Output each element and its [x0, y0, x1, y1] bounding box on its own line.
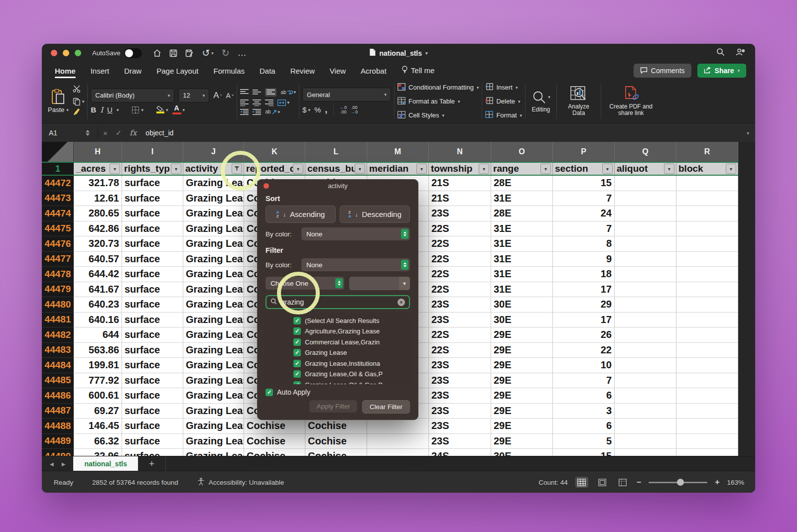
- ribbon-tab[interactable]: Acrobat: [361, 67, 387, 80]
- cell-activity[interactable]: Grazing Lease: [183, 221, 244, 237]
- column-filter-button[interactable]: ▾: [602, 164, 613, 174]
- cell-block[interactable]: [676, 388, 738, 404]
- orientation-icon[interactable]: ab▾: [265, 109, 280, 114]
- cell-section[interactable]: 22: [553, 343, 615, 358]
- cell-activity[interactable]: Grazing Lease: [183, 388, 244, 404]
- cell-aliquot[interactable]: [615, 221, 676, 237]
- name-box-stepper[interactable]: [86, 130, 90, 136]
- increase-decimal-icon[interactable]: ←0.00: [340, 106, 347, 114]
- cell-township[interactable]: 22S: [429, 221, 491, 237]
- cell-acres[interactable]: 320.73: [74, 236, 122, 252]
- cell-activity[interactable]: Grazing Lease: [183, 206, 244, 221]
- cell-section[interactable]: 7: [553, 221, 615, 237]
- font-color-button[interactable]: A▾: [172, 106, 185, 114]
- cell-rights-type[interactable]: surface: [122, 191, 183, 207]
- item-checkbox[interactable]: ✓: [293, 338, 301, 346]
- cell-range[interactable]: 28E: [491, 176, 553, 191]
- table-header-cell[interactable]: block ▾: [676, 163, 738, 175]
- cell-section[interactable]: 29: [553, 297, 615, 313]
- cell-reported-county[interactable]: Cochise: [244, 434, 305, 449]
- filter-list-item[interactable]: ✓ Agriculture,Grazing Lease: [266, 326, 410, 337]
- cell-aliquot[interactable]: [615, 358, 676, 373]
- font-name-select[interactable]: Calibri (Body)▾: [91, 89, 174, 103]
- item-checkbox[interactable]: ✓: [293, 370, 301, 378]
- cell-aliquot[interactable]: [615, 297, 676, 313]
- cell-section[interactable]: 8: [553, 236, 615, 252]
- popup-close-button[interactable]: [264, 183, 269, 189]
- cell-township[interactable]: 23S: [429, 404, 491, 419]
- cell-township[interactable]: 22S: [429, 252, 491, 267]
- sort-descending-button[interactable]: ZA↓ Descending: [340, 206, 410, 223]
- cell-block[interactable]: [676, 206, 738, 221]
- row-number[interactable]: 44481: [42, 313, 74, 328]
- item-checkbox[interactable]: ✓: [293, 349, 301, 356]
- cell-acres[interactable]: 644: [74, 327, 122, 343]
- filter-list-item[interactable]: ✓ Grazing Lease,Oil & Gas,P: [266, 379, 410, 384]
- cell-section[interactable]: 17: [553, 313, 615, 328]
- cell-aliquot[interactable]: [615, 252, 676, 267]
- select-all-corner[interactable]: [42, 142, 74, 162]
- close-window-button[interactable]: [51, 50, 57, 56]
- column-filter-button[interactable]: ▾: [355, 164, 365, 174]
- cell-aliquot[interactable]: [615, 419, 676, 434]
- cell-section[interactable]: 26: [553, 327, 615, 343]
- autosave-toggle[interactable]: [124, 48, 142, 58]
- bold-button[interactable]: B: [91, 106, 96, 114]
- cell-rights-type[interactable]: surface: [122, 267, 183, 282]
- cell-acres[interactable]: 640.23: [74, 297, 122, 313]
- fill-color-button[interactable]: ▾: [156, 106, 168, 113]
- name-box[interactable]: A1: [42, 129, 93, 137]
- cell-township[interactable]: 23S: [429, 206, 491, 221]
- cell-rights-type[interactable]: surface: [122, 358, 183, 373]
- document-title[interactable]: national_stls: [379, 49, 422, 57]
- page-break-view-icon[interactable]: [616, 477, 629, 488]
- row-number[interactable]: 44489: [42, 434, 74, 449]
- share-button[interactable]: Share ▾: [697, 64, 746, 78]
- cell-styles-button[interactable]: Cell Styles▾: [398, 109, 479, 121]
- cell-section[interactable]: 18: [553, 267, 615, 282]
- cell-section[interactable]: 6: [553, 419, 615, 434]
- home-icon[interactable]: [153, 49, 161, 57]
- row-number[interactable]: 44484: [42, 358, 74, 373]
- column-filter-button[interactable]: ▾: [479, 164, 489, 174]
- presence-icon[interactable]: [736, 48, 745, 58]
- cell-block[interactable]: [676, 176, 738, 191]
- cell-aliquot[interactable]: [615, 267, 676, 282]
- paste-button[interactable]: Paste▾: [48, 89, 69, 113]
- cell-aliquot[interactable]: [615, 434, 676, 449]
- clear-filter-button[interactable]: Clear Filter: [362, 400, 410, 414]
- undo-dropdown-icon[interactable]: ▾: [211, 51, 214, 56]
- borders-button[interactable]: ▾: [132, 106, 143, 114]
- cell-aliquot[interactable]: [615, 404, 676, 419]
- cell-acres[interactable]: 777.92: [74, 373, 122, 389]
- cell-reported-county[interactable]: Cochise: [244, 419, 305, 434]
- cell-rights-type[interactable]: surface: [122, 343, 183, 358]
- cell-rights-type[interactable]: surface: [122, 313, 183, 328]
- row-number[interactable]: 44479: [42, 282, 74, 298]
- cell-acres[interactable]: 600.61: [74, 388, 122, 404]
- formula-bar-expand-icon[interactable]: ▾: [747, 130, 749, 136]
- cell-block[interactable]: [676, 236, 738, 252]
- cell-acres[interactable]: 280.65: [74, 206, 122, 221]
- format-as-table-button[interactable]: Format as Table▾: [398, 96, 479, 107]
- cell-township[interactable]: 23S: [429, 297, 491, 313]
- cell-activity[interactable]: Grazing Lease: [183, 252, 244, 267]
- cell-acres[interactable]: 66.32: [74, 434, 122, 449]
- cell-block[interactable]: [676, 327, 738, 343]
- table-header-cell[interactable]: _acres ▾: [74, 163, 122, 175]
- cell-aliquot[interactable]: [615, 282, 676, 298]
- redo-icon[interactable]: ↻: [222, 47, 230, 59]
- cell-range[interactable]: 30E: [491, 449, 553, 456]
- cell-acres[interactable]: 644.42: [74, 267, 122, 282]
- cell-activity[interactable]: Grazing Lease: [183, 419, 244, 434]
- filter-by-color-select[interactable]: None: [301, 258, 410, 271]
- row-number[interactable]: 44483: [42, 343, 74, 358]
- normal-view-icon[interactable]: [575, 477, 588, 488]
- cell-rights-type[interactable]: surface: [122, 252, 183, 267]
- filter-list-item[interactable]: ✓ (Select All Search Results: [266, 315, 410, 326]
- cell-section[interactable]: 15: [553, 176, 615, 191]
- cell-block[interactable]: [676, 313, 738, 328]
- cell-range[interactable]: 30E: [491, 297, 553, 313]
- cell-township[interactable]: 23S: [429, 434, 491, 449]
- increase-indent-icon[interactable]: [253, 109, 261, 115]
